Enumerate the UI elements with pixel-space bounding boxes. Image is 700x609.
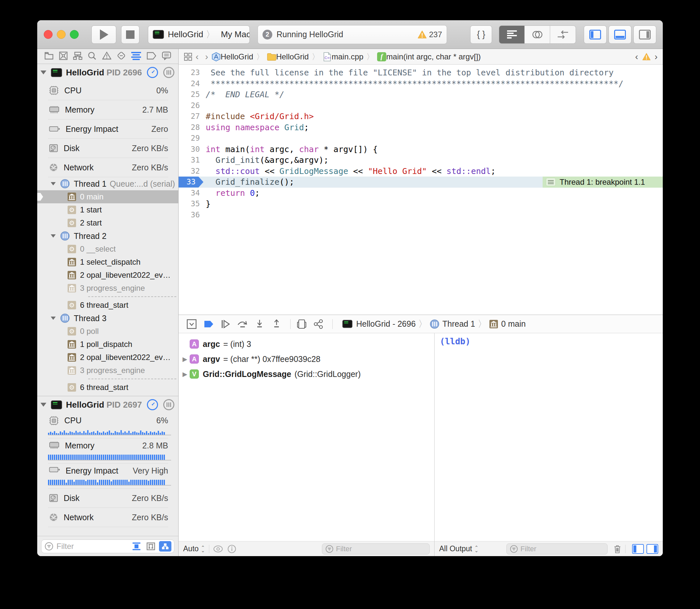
show-variables-view-button[interactable] xyxy=(632,544,644,554)
console-output[interactable]: (lldb) xyxy=(434,333,663,541)
code-line[interactable]: 28using namespace Grid; xyxy=(178,122,663,133)
stack-frame-row[interactable]: ⚙2 start xyxy=(37,216,178,229)
disclosure-triangle[interactable]: ▶ xyxy=(183,355,190,363)
symbol-navigator-tab[interactable] xyxy=(73,52,82,62)
toggle-navigator-button[interactable] xyxy=(584,25,607,44)
gauge-row-memory[interactable]: Memory 2.7 MB xyxy=(37,100,178,119)
next-issue-button[interactable]: › xyxy=(655,52,658,62)
run-button[interactable] xyxy=(91,25,116,44)
stack-frame-row[interactable]: 1 poll_dispatch xyxy=(37,338,178,351)
version-editor-button[interactable] xyxy=(550,26,576,44)
stack-frame-row[interactable]: ⚙6 thread_start xyxy=(37,299,178,312)
code-line[interactable]: 31 Grid_init(&argc,&argv); xyxy=(178,155,663,166)
stack-frame-row[interactable]: ⚙1 start xyxy=(37,203,178,216)
process-gauge-button[interactable] xyxy=(147,399,158,410)
disclosure-triangle[interactable] xyxy=(51,234,55,238)
gauge-row-disk[interactable]: Disk Zero KB/s xyxy=(37,489,178,507)
gauge-row-disk[interactable]: Disk Zero KB/s xyxy=(37,139,178,158)
disclosure-triangle[interactable] xyxy=(40,403,46,407)
variable-row[interactable]: ▶ V Grid::GridLogMessage (Grid::GridLogg… xyxy=(178,366,434,382)
stack-frame-row[interactable]: 0 main xyxy=(37,190,178,203)
toggle-debug-area-button[interactable] xyxy=(609,25,631,44)
process-gauge-button[interactable] xyxy=(147,67,158,78)
step-out-button[interactable] xyxy=(269,318,284,330)
back-button[interactable]: ‹ xyxy=(195,52,199,62)
breakpoint-navigator-tab[interactable] xyxy=(147,52,156,61)
source-editor[interactable]: 23 See the full license in the file "LIC… xyxy=(178,65,663,315)
continue-button[interactable] xyxy=(218,318,233,330)
code-line[interactable]: 23 See the full license in the file "LIC… xyxy=(178,67,663,78)
process-threads-button[interactable] xyxy=(163,67,174,78)
assistant-editor-button[interactable] xyxy=(525,26,550,44)
warning-counter[interactable]: 237 xyxy=(417,30,442,39)
jumpbar-symbol[interactable]: main(int argc, char * argv[]) xyxy=(386,52,481,62)
quick-look-icon[interactable] xyxy=(213,545,223,553)
code-line[interactable]: 33 Grid_finalize(); Thread 1: breakpoint… xyxy=(178,177,663,188)
debug-navigator-tab[interactable] xyxy=(131,52,141,62)
step-into-button[interactable] xyxy=(252,318,267,330)
report-navigator-tab[interactable] xyxy=(162,52,171,62)
stack-frame-row[interactable]: 3 progress_engine xyxy=(37,282,178,295)
hide-debug-area-button[interactable] xyxy=(185,318,199,330)
stack-frame-row[interactable]: ⚙0 poll xyxy=(37,325,178,338)
console-output-selector[interactable]: All Output ⌃⌄ xyxy=(439,544,479,553)
code-line[interactable]: 36 xyxy=(178,210,663,221)
standard-editor-button[interactable] xyxy=(499,26,525,44)
zoom-window-button[interactable] xyxy=(70,30,79,39)
show-console-view-button[interactable] xyxy=(647,544,658,554)
code-line[interactable]: 30int main(int argc, char * argv[]) { xyxy=(178,144,663,155)
close-window-button[interactable] xyxy=(44,30,53,39)
code-line[interactable]: 34 return 0; xyxy=(178,188,663,199)
debug-process[interactable]: HelloGrid - 2696 xyxy=(356,319,416,329)
previous-issue-button[interactable]: ‹ xyxy=(635,52,638,62)
step-over-button[interactable] xyxy=(235,318,250,330)
thread-row[interactable]: Thread 1Queue:...d (serial) xyxy=(37,177,178,190)
gauge-row-network[interactable]: Network Zero KB/s xyxy=(37,508,178,527)
jumpbar-group[interactable]: HelloGrid xyxy=(276,52,309,62)
breakpoint-annotation[interactable]: Thread 1: breakpoint 1.1 xyxy=(543,177,663,188)
test-navigator-tab[interactable] xyxy=(117,51,126,62)
debug-view-hierarchy-button[interactable] xyxy=(294,318,309,330)
thread-row[interactable]: Thread 3 xyxy=(37,312,178,325)
console-filter-field[interactable]: Filter xyxy=(507,543,608,555)
debug-memory-graph-button[interactable] xyxy=(311,318,326,330)
gauge-row-cpu[interactable]: CPU 0% xyxy=(37,81,178,100)
toggle-inspectors-button[interactable] xyxy=(633,25,656,44)
disclosure-triangle[interactable] xyxy=(51,317,55,320)
disclosure-triangle[interactable] xyxy=(40,70,46,74)
stack-frame-row[interactable]: 2 opal_libevent2022_ev… xyxy=(37,268,178,282)
variables-scope-selector[interactable]: Auto ⌃⌄ xyxy=(183,544,205,553)
disclosure-triangle[interactable] xyxy=(51,182,55,185)
variables-filter-field[interactable]: Filter xyxy=(322,543,430,555)
stack-frame-row[interactable]: ⚙6 thread_start xyxy=(37,381,178,394)
gauge-row-cpu[interactable]: CPU 6% xyxy=(37,413,178,438)
process-threads-button[interactable] xyxy=(163,399,174,410)
info-icon[interactable] xyxy=(227,545,236,553)
code-line[interactable]: 29 xyxy=(178,133,663,144)
activity-status[interactable]: 2 Running HelloGrid 237 xyxy=(258,25,447,44)
instruction-pointer-breakpoint[interactable]: 33 xyxy=(178,177,203,188)
filter-view-mode-button[interactable] xyxy=(159,541,171,552)
forward-button[interactable]: › xyxy=(205,52,208,62)
project-navigator-tab[interactable] xyxy=(45,52,53,61)
gauge-row-energy-impact[interactable]: Energy Impact Very High xyxy=(37,464,178,488)
stack-frame-row[interactable]: 3 progress_engine xyxy=(37,364,178,377)
minimize-window-button[interactable] xyxy=(57,30,66,39)
thread-row[interactable]: Thread 2 xyxy=(37,229,178,243)
jumpbar-file[interactable]: main.cpp xyxy=(332,52,363,62)
code-line[interactable]: 32 std::cout << GridLogMessage << "Hello… xyxy=(178,166,663,177)
filter-frames-button[interactable] xyxy=(144,541,157,552)
scheme-selector[interactable]: HelloGrid 〉 My Mac xyxy=(148,25,250,44)
gauge-row-memory[interactable]: Memory 2.8 MB xyxy=(37,438,178,463)
code-line[interactable]: 35} xyxy=(178,198,663,210)
variable-row[interactable]: ▶ A argv = (char **) 0x7ffee9039c28 xyxy=(178,351,434,366)
debug-frame[interactable]: 0 main xyxy=(501,319,526,329)
code-line[interactable]: 27#include <Grid/Grid.h> xyxy=(178,111,663,122)
variables-list[interactable]: A argc = (int) 3 ▶ A argv = (char **) 0x… xyxy=(178,333,434,541)
issue-navigator-tab[interactable] xyxy=(102,52,111,61)
gauge-row-energy-impact[interactable]: Energy Impact Zero xyxy=(37,119,178,138)
debug-thread[interactable]: Thread 1 xyxy=(442,319,475,329)
clear-console-icon[interactable] xyxy=(614,544,621,554)
find-navigator-tab[interactable] xyxy=(88,52,96,62)
stack-frame-row[interactable]: 2 opal_libevent2022_ev… xyxy=(37,351,178,364)
